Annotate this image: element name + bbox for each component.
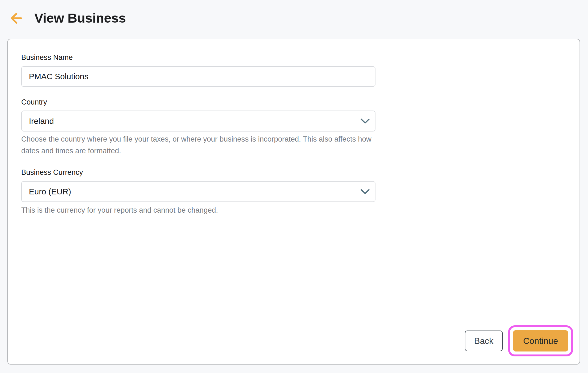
page-title: View Business <box>34 10 126 26</box>
business-name-input[interactable] <box>21 66 375 87</box>
business-currency-label: Business Currency <box>21 168 83 176</box>
business-name-label: Business Name <box>21 53 73 62</box>
continue-button[interactable]: Continue <box>513 330 568 351</box>
country-helper-text: Choose the country where you file your t… <box>21 133 381 157</box>
business-currency-select[interactable]: Euro (EUR) <box>21 181 375 202</box>
back-arrow-icon[interactable] <box>10 12 22 24</box>
chevron-down-icon <box>355 182 375 201</box>
country-label: Country <box>21 98 47 106</box>
business-form-card: Business Name Country Ireland Choose the… <box>7 39 580 365</box>
country-select-value: Ireland <box>22 111 355 131</box>
continue-highlight-ring: Continue <box>508 325 573 356</box>
business-currency-select-value: Euro (EUR) <box>22 182 355 201</box>
view-business-screen: View Business Business Name Country Irel… <box>0 0 588 373</box>
form-actions: Back Continue <box>465 325 573 356</box>
country-select[interactable]: Ireland <box>21 111 375 132</box>
back-button[interactable]: Back <box>465 331 503 351</box>
business-currency-helper-text: This is the currency for your reports an… <box>21 204 381 216</box>
chevron-down-icon <box>355 111 375 131</box>
